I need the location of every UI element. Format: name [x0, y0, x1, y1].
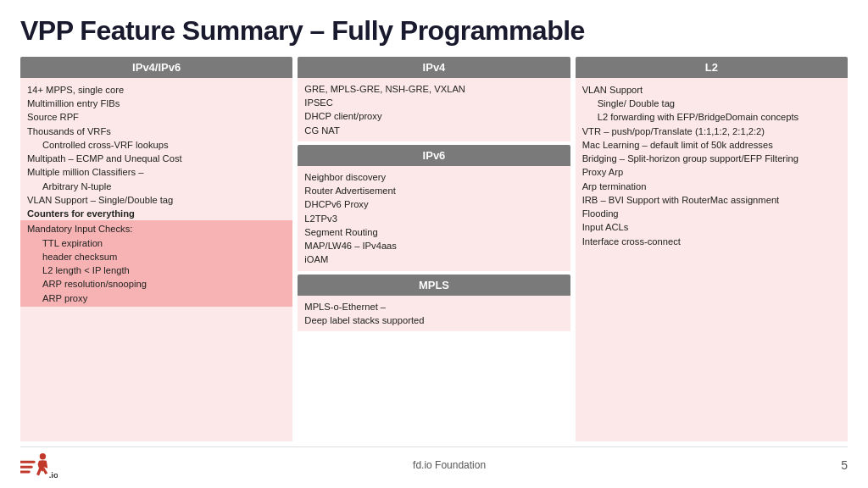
item-interface-xconn: Interface cross-connect — [582, 236, 681, 247]
footer-center-text: fd.io Foundation — [413, 459, 486, 471]
item-cgnat: CG NAT — [304, 125, 339, 136]
item-ntuple: Arbitrary N-tuple — [27, 180, 286, 193]
sub-mpls: MPLS MPLS-o-Ethernet – Deep label stacks… — [298, 274, 570, 331]
sub-ipv6-body: Neighbor discovery Router Advertisement … — [298, 166, 570, 271]
svg-point-3 — [40, 453, 46, 459]
slide-title: VPP Feature Summary – Fully Programmable — [20, 15, 848, 47]
item-ioam: iOAM — [304, 254, 328, 264]
col-ipv4ipv6-body: 14+ MPPS, single core Multimillion entry… — [20, 78, 292, 441]
item-counters: Counters for everything — [27, 208, 135, 219]
item-l2len: L2 length < IP length — [27, 263, 286, 277]
item-multipath: Multipath – ECMP and Unequal Cost — [27, 153, 182, 164]
item-classifiers: Multiple million Classifiers – — [27, 167, 143, 177]
col-l2-body: VLAN Support Single/ Double tag L2 forwa… — [576, 78, 848, 441]
item-irb: IRB – BVI Support with RouterMac assignm… — [582, 195, 780, 205]
item-arp-term: Arp termination — [582, 181, 647, 191]
mandatory-label: Mandatory Input Checks: — [27, 224, 132, 234]
item-dhcpv6: DHCPv6 Proxy — [304, 199, 368, 209]
item-neighbor: Neighbor discovery — [304, 172, 386, 182]
slide: VPP Feature Summary – Fully Programmable… — [0, 0, 868, 488]
item-segment-routing: Segment Routing — [304, 227, 377, 237]
item-vrfs: Thousands of VRFs — [27, 126, 111, 136]
item-flooding: Flooding — [582, 208, 619, 219]
item-mpls-eth: MPLS-o-Ethernet – — [304, 302, 386, 312]
sub-ipv6-header: IPv6 — [298, 145, 570, 166]
col-ipv4ipv6: IPv4/IPv6 14+ MPPS, single core Multimil… — [20, 57, 292, 441]
footer: .io fd.io Foundation 5 — [20, 446, 848, 480]
item-bridging: Bridging – Split-horizon group support/E… — [582, 153, 798, 164]
item-deep-label: Deep label stacks supported — [304, 315, 424, 325]
fdio-logo-icon: .io — [20, 451, 58, 480]
item-mac-learning: Mac Learning – default limit of 50k addr… — [582, 140, 773, 150]
sub-mpls-header: MPLS — [298, 274, 570, 296]
columns-container: IPv4/IPv6 14+ MPPS, single core Multimil… — [20, 57, 848, 441]
item-l2tpv3: L2TPv3 — [304, 214, 337, 224]
col-mid: IPv4 GRE, MPLS-GRE, NSH-GRE, VXLAN IPSEC… — [298, 57, 570, 441]
item-input-acls: Input ACLs — [582, 222, 629, 232]
item-vlan: VLAN Support – Single/Double tag — [27, 195, 173, 205]
item-mpps: 14+ MPPS, single core — [27, 85, 124, 95]
item-vtr: VTR – push/pop/Translate (1:1,1:2, 2:1,2… — [582, 126, 765, 136]
item-rpf: Source RPF — [27, 112, 79, 122]
sub-mpls-body: MPLS-o-Ethernet – Deep label stacks supp… — [298, 296, 570, 331]
sub-ipv4-header: IPv4 — [298, 57, 570, 78]
col-ipv4ipv6-header: IPv4/IPv6 — [20, 57, 292, 78]
item-cross-vrf: Controlled cross-VRF lookups — [27, 138, 286, 152]
footer-page: 5 — [841, 458, 848, 472]
col-l2: L2 VLAN Support Single/ Double tag L2 fo… — [576, 57, 848, 441]
item-ttl: TTL expiration — [27, 236, 286, 250]
item-fib: Multimillion entry FIBs — [27, 98, 120, 108]
item-ipsec: IPSEC — [304, 97, 333, 108]
sub-ipv4-body: GRE, MPLS-GRE, NSH-GRE, VXLAN IPSEC DHCP… — [298, 78, 570, 141]
sub-ipv6: IPv6 Neighbor discovery Router Advertise… — [298, 145, 570, 271]
item-proxy-arp: Proxy Arp — [582, 167, 624, 177]
footer-logo: .io — [20, 451, 58, 480]
col-l2-header: L2 — [576, 57, 848, 78]
item-dhcp: DHCP client/proxy — [304, 111, 381, 121]
sub-ipv4: IPv4 GRE, MPLS-GRE, NSH-GRE, VXLAN IPSEC… — [298, 57, 570, 141]
item-vlan-support: VLAN Support — [582, 85, 643, 95]
svg-text:.io: .io — [49, 470, 58, 480]
mandatory-section: Mandatory Input Checks: TTL expiration h… — [20, 220, 292, 306]
item-router-adv: Router Advertisement — [304, 186, 396, 196]
item-arp-res: ARP resolution/snooping — [27, 277, 286, 291]
item-gre: GRE, MPLS-GRE, NSH-GRE, VXLAN — [304, 84, 465, 94]
item-arp-proxy-left: ARP proxy — [27, 291, 286, 305]
item-maplw46: MAP/LW46 – IPv4aas — [304, 241, 397, 251]
item-checksum: header checksum — [27, 250, 286, 263]
item-l2-fwd: L2 forwarding with EFP/BridgeDomain conc… — [582, 110, 841, 124]
item-single-double: Single/ Double tag — [582, 97, 841, 110]
